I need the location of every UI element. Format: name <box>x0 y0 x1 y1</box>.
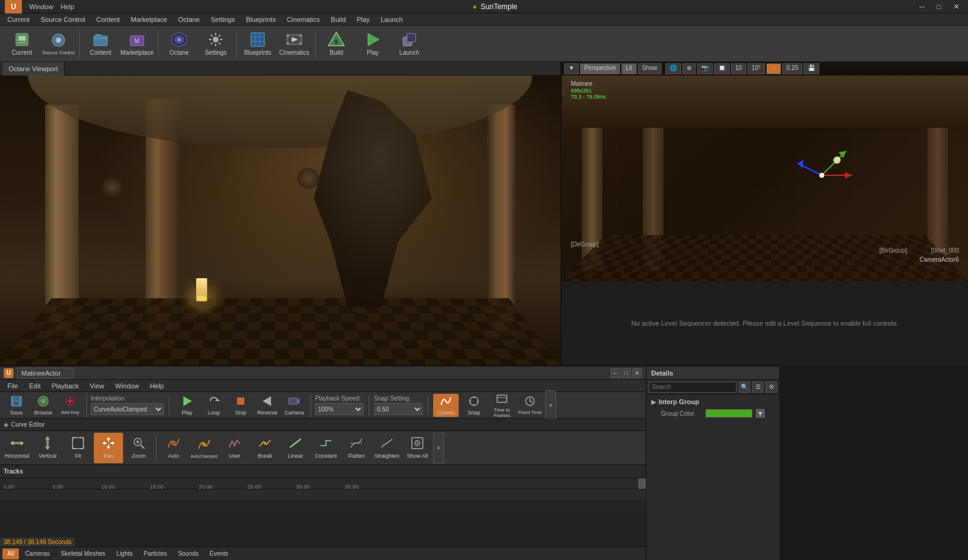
matinee-add-key-btn[interactable]: Add Key <box>57 394 83 417</box>
auto-btn[interactable]: Auto <box>159 433 188 463</box>
filter-events[interactable]: Events <box>205 548 233 559</box>
matinee-browse-btn[interactable]: Browse <box>30 394 56 417</box>
toolbar-settings[interactable]: Settings <box>199 28 233 60</box>
persp-icon9[interactable]: 💾 <box>804 63 819 74</box>
toolbar-content[interactable]: Content <box>83 28 118 60</box>
persp-icon5[interactable]: 10 <box>731 63 746 74</box>
window-menu-window[interactable]: Window <box>29 3 53 10</box>
persp-show-btn[interactable]: Show <box>638 63 662 74</box>
horizontal-btn[interactable]: Horizontal <box>2 433 32 463</box>
toolbar-build[interactable]: Build <box>319 28 353 60</box>
linear-btn[interactable]: Linear <box>281 433 310 463</box>
window-menu-help[interactable]: Help <box>60 3 74 10</box>
details-search-input[interactable] <box>649 382 737 393</box>
playback-speed-select[interactable]: 100% <box>315 403 364 415</box>
matinee-menu-view[interactable]: View <box>85 380 109 392</box>
constant-btn[interactable]: Constant <box>311 433 341 463</box>
interp-group-header[interactable]: ▶ Interp Group <box>649 397 777 407</box>
matinee-minimize-btn[interactable]: ─ <box>610 368 620 378</box>
toolbar-source-control[interactable]: Source Control <box>41 28 76 60</box>
straighten-btn[interactable]: Straighten <box>372 433 401 463</box>
details-settings-icon-btn[interactable]: ⚙ <box>766 382 777 393</box>
toolbar-launch[interactable]: Launch <box>392 28 426 60</box>
camera-btn[interactable]: Camera <box>281 394 307 417</box>
vertical-btn[interactable]: Vertical <box>33 433 62 463</box>
matinee-close-btn[interactable]: ✕ <box>632 368 642 378</box>
filter-cameras[interactable]: Cameras <box>20 548 55 559</box>
fixed-time-btn[interactable]: Fixed Time <box>517 394 543 417</box>
matinee-menu-help[interactable]: Help <box>145 380 169 392</box>
auto-clamped-btn[interactable]: Auto/Clamped <box>189 433 219 463</box>
menu-launch[interactable]: Launch <box>376 13 408 26</box>
octane-viewport-tab[interactable]: Octane Viewport <box>2 62 65 75</box>
maximize-button[interactable]: □ <box>933 2 945 11</box>
filter-sounds[interactable]: Sounds <box>173 548 203 559</box>
menu-blueprints[interactable]: Blueprints <box>241 13 281 26</box>
curve-toolbar-expand-btn[interactable]: » <box>433 433 444 463</box>
toolbar-expand-btn[interactable]: » <box>545 390 556 421</box>
reverse-btn[interactable]: Reverse <box>255 394 280 417</box>
persp-icon3[interactable]: 📷 <box>697 63 713 74</box>
details-list-icon-btn[interactable]: ☰ <box>752 382 763 393</box>
minimize-button[interactable]: ─ <box>916 2 928 11</box>
persp-icon7[interactable]: ⟋ <box>766 63 781 74</box>
matinee-menu-playback[interactable]: Playback <box>47 380 84 392</box>
perspective-viewport[interactable]: ▼ Perspective Lit Show 🌐 ⊕ 📷 🔲 10 10° ⟋ … <box>560 62 968 281</box>
menu-octane[interactable]: Octane <box>174 13 205 26</box>
matinee-menu-edit[interactable]: Edit <box>24 380 46 392</box>
matinee-menu-file[interactable]: File <box>2 380 23 392</box>
filter-skeletal-meshes[interactable]: Skeletal Meshes <box>56 548 110 559</box>
matinee-menu-window[interactable]: Window <box>110 380 144 392</box>
persp-perspective-btn[interactable]: Perspective <box>580 63 620 74</box>
flatten-btn[interactable]: Flatten <box>342 433 371 463</box>
break-btn[interactable]: Break <box>250 433 280 463</box>
menu-content[interactable]: Content <box>91 13 125 26</box>
menu-source-control[interactable]: Source Control <box>36 13 90 26</box>
pan-btn[interactable]: Pan <box>94 433 123 463</box>
persp-icon2[interactable]: ⊕ <box>682 63 696 74</box>
persp-dropdown-btn[interactable]: ▼ <box>564 63 579 74</box>
persp-icon4[interactable]: 🔲 <box>714 63 730 74</box>
play-btn[interactable]: Play <box>174 394 200 417</box>
filter-particles[interactable]: Particles <box>139 548 172 559</box>
toolbar-marketplace[interactable]: M Marketplace <box>120 28 154 60</box>
toolbar-current[interactable]: Current <box>5 28 39 60</box>
snap-setting-select[interactable]: 0.50 <box>374 403 423 415</box>
matinee-actor-dropdown[interactable]: MatineeActor <box>17 368 74 379</box>
timeline-scroll-end[interactable] <box>638 478 646 489</box>
menu-current[interactable]: Current <box>2 13 35 26</box>
matinee-maximize-btn[interactable]: □ <box>621 368 631 378</box>
menu-cinematics[interactable]: Cinematics <box>282 13 325 26</box>
toolbar-blueprints[interactable]: Blueprints <box>241 28 275 60</box>
matinee-save-btn[interactable]: Save <box>4 394 29 417</box>
toolbar-cinematics[interactable]: Cinematics <box>277 28 311 60</box>
loop-btn[interactable]: Loop <box>201 394 227 417</box>
color-picker-button[interactable]: ▼ <box>756 409 765 418</box>
persp-icon1[interactable]: 🌐 <box>665 63 681 74</box>
persp-icon8[interactable]: 0.25 <box>782 63 802 74</box>
zoom-btn[interactable]: Zoom <box>124 433 154 463</box>
menu-marketplace[interactable]: Marketplace <box>126 13 172 26</box>
timeline[interactable]: 0.00 5.00 10.00 15.00 20.00 25.00 30.00 … <box>0 478 646 547</box>
persp-icon6[interactable]: 10° <box>747 63 765 74</box>
snap-btn[interactable]: Snap <box>461 394 487 417</box>
curves-btn[interactable]: Curves <box>433 394 459 417</box>
show-all-btn[interactable]: Show All <box>403 433 432 463</box>
group-color-swatch[interactable] <box>705 409 752 418</box>
interpolation-select[interactable]: CurveAutoClamped <box>91 403 164 415</box>
persp-lit-btn[interactable]: Lit <box>621 63 637 74</box>
menu-build[interactable]: Build <box>326 13 350 26</box>
time-to-frames-btn[interactable]: Time to Frames <box>489 394 515 417</box>
filter-all[interactable]: All <box>2 548 19 559</box>
filter-lights[interactable]: Lights <box>111 548 138 559</box>
menu-play[interactable]: Play <box>352 13 375 26</box>
fit-btn[interactable]: Fit <box>63 433 93 463</box>
close-button[interactable]: ✕ <box>950 2 963 11</box>
toolbar-octane[interactable]: Octane <box>162 28 196 60</box>
user-btn[interactable]: User <box>220 433 249 463</box>
stop-btn[interactable]: Stop <box>228 394 253 417</box>
details-search-icon-btn[interactable]: 🔍 <box>739 382 750 393</box>
toolbar-play[interactable]: Play <box>356 28 390 60</box>
menu-settings[interactable]: Settings <box>206 13 240 26</box>
octane-viewport[interactable] <box>0 75 560 365</box>
